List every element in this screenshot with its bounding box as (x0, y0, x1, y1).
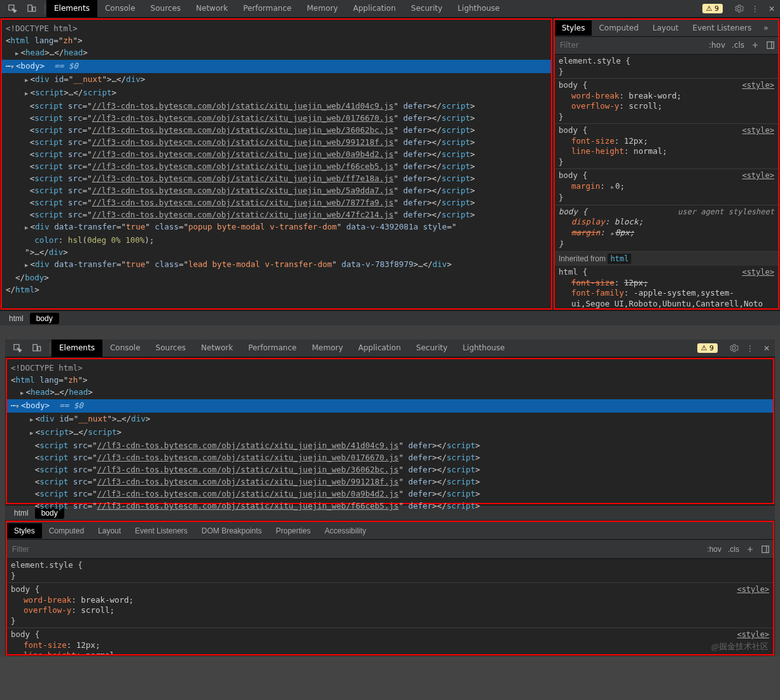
crumb-html[interactable]: html (3, 313, 30, 324)
dom-lead[interactable]: <div data-transfer="true" class="lead by… (6, 258, 547, 271)
dom-script-3[interactable]: <script src="//lf3-cdn-tos.bytescm.com/o… (6, 136, 547, 148)
rule-element-style[interactable]: element.style {} (7, 559, 773, 583)
css-prop-margin[interactable]: margin: 0; (559, 181, 774, 193)
hov-button[interactable]: :hov (706, 41, 728, 50)
styles-tab-layout[interactable]: Layout (91, 523, 128, 539)
dom-script-1[interactable]: <script src="//lf3-cdn-tos.bytescm.com/o… (6, 112, 547, 124)
dom-script-2[interactable]: <script src="//lf3-cdn-tos.bytescm.com/o… (11, 463, 769, 476)
rule-3[interactable]: user agent stylesheetbody {display: bloc… (555, 205, 778, 252)
dom-script-5[interactable]: <script src="//lf3-cdn-tos.bytescm.com/o… (6, 160, 547, 172)
dom-html-open[interactable]: <html lang="zh"> (11, 374, 769, 386)
tab-performance[interactable]: Performance (240, 340, 304, 357)
rule-1[interactable]: <style>body {font-size: 12px;line-height… (7, 628, 773, 654)
cls-button[interactable]: .cls (725, 545, 742, 554)
dom-script-0[interactable]: <script src="//lf3-cdn-tos.bytescm.com/o… (11, 439, 769, 451)
dom-head[interactable]: <head>…</head> (11, 386, 769, 399)
style-source-link[interactable]: <style> (742, 80, 774, 91)
inspect-icon[interactable] (4, 1, 20, 17)
gear-icon[interactable] (725, 343, 742, 353)
dom-script-inline[interactable]: <script>…</script> (6, 86, 547, 100)
styles-filter-input[interactable] (7, 542, 704, 556)
css-prop-word-break[interactable]: word-break: break-word; (11, 595, 769, 606)
warning-badge[interactable]: ⚠ 9 (702, 4, 723, 13)
dom-script-6[interactable]: <script src="//lf3-cdn-tos.bytescm.com/o… (6, 172, 547, 184)
rule-1[interactable]: <style>body {font-size: 12px;line-height… (555, 124, 778, 169)
tab-sources[interactable]: Sources (148, 340, 193, 357)
css-prop-margin[interactable]: margin: 8px; (559, 228, 774, 240)
computed-toggle-icon[interactable] (758, 545, 773, 554)
tab-application[interactable]: Application (345, 0, 403, 17)
tab-elements[interactable]: Elements (52, 340, 102, 357)
style-source-link[interactable]: <style> (737, 584, 769, 595)
styles-tab-accessibility[interactable]: Accessibility (317, 523, 373, 539)
rule-0[interactable]: <style>body {word-break: break-word;over… (555, 79, 778, 124)
css-prop-display[interactable]: display: block; (559, 217, 774, 228)
styles-tab-styles[interactable]: Styles (7, 523, 42, 539)
dom-tree-pane-2[interactable]: <!DOCTYPE html><html lang="zh"> <head>…<… (6, 358, 774, 504)
css-prop-overflow-y[interactable]: overflow-y: scroll; (559, 101, 774, 112)
rule-2[interactable]: <style>body {margin: 0;} (555, 169, 778, 205)
dom-nuxt[interactable]: <div id="__nuxt">…</div> (11, 413, 769, 426)
kebab-icon[interactable]: ⋮ (747, 4, 763, 13)
tab-memory[interactable]: Memory (304, 340, 351, 357)
dom-script-2[interactable]: <script src="//lf3-cdn-tos.bytescm.com/o… (6, 124, 547, 136)
styles-tab-event-listeners[interactable]: Event Listeners (128, 523, 195, 539)
css-prop-font-family[interactable]: font-family: -apple-system,system-ui,Seg… (559, 288, 774, 308)
tab-console[interactable]: Console (97, 0, 143, 17)
dom-script-inline[interactable]: <script>…</script> (11, 426, 769, 439)
dom-html-open[interactable]: <html lang="zh"> (6, 34, 547, 46)
dom-html-close[interactable]: </html> (6, 284, 547, 296)
dom-tree-pane[interactable]: <!DOCTYPE html><html lang="zh"> <head>…<… (1, 18, 552, 310)
dom-body-selected[interactable]: ⋯<body> == $0 (7, 399, 773, 413)
inspect-icon[interactable] (9, 340, 25, 357)
new-rule-icon[interactable] (742, 545, 758, 554)
styles-tab-computed[interactable]: Computed (42, 523, 91, 539)
style-source-link[interactable]: <style> (742, 170, 774, 181)
css-prop-font-size[interactable]: font-size: 12px; (11, 640, 769, 651)
dom-nuxt[interactable]: <div id="__nuxt">…</div> (6, 73, 547, 86)
dom-popup-style[interactable]: color: hsl(0deg 0% 100%); (6, 234, 547, 246)
style-source-link[interactable]: <style> (742, 267, 774, 278)
dom-script-4[interactable]: <script src="//lf3-cdn-tos.bytescm.com/o… (11, 488, 769, 500)
dom-popup-end[interactable]: ">…</div> (6, 246, 547, 258)
css-prop-overflow-y[interactable]: overflow-y: scroll; (11, 605, 769, 616)
css-prop-font-size[interactable]: font-size: 12px; (559, 136, 774, 147)
dom-head[interactable]: <head>…</head> (6, 46, 547, 60)
tab-lighthouse[interactable]: Lighthouse (455, 340, 512, 357)
kebab-icon[interactable]: ⋮ (742, 344, 758, 353)
dom-script-3[interactable]: <script src="//lf3-cdn-tos.bytescm.com/o… (11, 476, 769, 488)
dom-script-1[interactable]: <script src="//lf3-cdn-tos.bytescm.com/o… (11, 451, 769, 463)
device-icon[interactable] (23, 1, 39, 17)
tab-sources[interactable]: Sources (143, 0, 188, 17)
styles-tab-properties[interactable]: Properties (269, 523, 318, 539)
cls-button[interactable]: .cls (728, 41, 748, 50)
styles-tab-computed[interactable]: Computed (592, 20, 645, 36)
tab-performance[interactable]: Performance (235, 0, 299, 17)
gear-icon[interactable] (730, 4, 747, 13)
css-prop-font-size[interactable]: font-size: 12px; (559, 278, 774, 289)
close-icon[interactable]: ✕ (763, 4, 780, 13)
style-source-link[interactable]: <style> (737, 629, 769, 640)
css-prop-word-break[interactable]: word-break: break-word; (559, 91, 774, 102)
dom-doctype[interactable]: <!DOCTYPE html> (11, 362, 769, 374)
styles-filter-input[interactable] (555, 38, 706, 52)
dom-script-8[interactable]: <script src="//lf3-cdn-tos.bytescm.com/o… (6, 196, 547, 209)
dom-script-9[interactable]: <script src="//lf3-cdn-tos.bytescm.com/o… (6, 209, 547, 221)
css-prop-line-height[interactable]: line-height: normal; (11, 650, 769, 654)
dom-body-selected[interactable]: ⋯<body> == $0 (2, 60, 551, 73)
tab-application[interactable]: Application (351, 340, 408, 357)
tab-security[interactable]: Security (408, 340, 455, 357)
styles-tab-layout[interactable]: Layout (646, 20, 686, 36)
computed-toggle-icon[interactable] (763, 41, 778, 50)
dom-script-5[interactable]: <script src="//lf3-cdn-tos.bytescm.com/o… (11, 500, 769, 512)
tab-memory[interactable]: Memory (299, 0, 345, 17)
dom-script-4[interactable]: <script src="//lf3-cdn-tos.bytescm.com/o… (6, 148, 547, 160)
tab-console[interactable]: Console (102, 340, 148, 357)
rule-element-style[interactable]: element.style {} (555, 55, 778, 79)
warning-badge[interactable]: ⚠ 9 (697, 343, 718, 353)
dom-body-close[interactable]: </body> (6, 271, 547, 284)
tab-elements[interactable]: Elements (46, 0, 97, 17)
styles-tab-event-listeners[interactable]: Event Listeners (686, 20, 759, 36)
dom-breadcrumbs[interactable]: htmlbody (0, 310, 780, 326)
hov-button[interactable]: :hov (704, 545, 725, 554)
